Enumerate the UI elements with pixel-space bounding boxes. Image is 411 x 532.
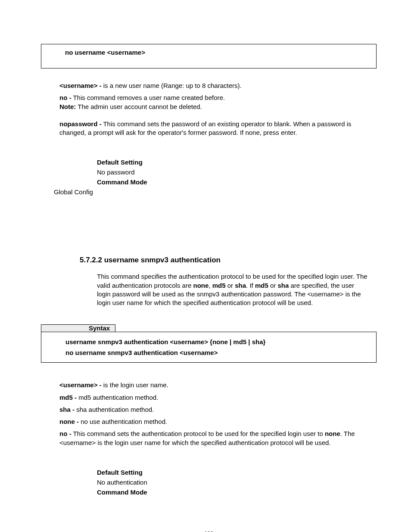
- syntax-group: Syntax username snmpv3 authentication <u…: [41, 324, 377, 363]
- section-body: This command specifies the authenticatio…: [97, 272, 369, 307]
- param-text: no use authentication method.: [79, 418, 167, 425]
- settings-block-2: Default Setting No authentication Comman…: [97, 469, 377, 496]
- note-line: Note: The admin user account cannot be d…: [59, 103, 377, 111]
- syntax-box-top: no username <username>: [41, 44, 377, 68]
- param-no-2: no - This command sets the authenticatio…: [59, 429, 377, 447]
- param-text: md5 authentication method.: [77, 394, 158, 401]
- param-label: no -: [59, 430, 72, 437]
- note-text: The admin user account cannot be deleted…: [76, 103, 202, 110]
- param-text: is the login user name.: [102, 381, 168, 389]
- param-no: no - This command removes a user name cr…: [59, 93, 377, 102]
- param-text: is a new user name (Range: up to 8 chara…: [102, 82, 242, 89]
- syntax-label: Syntax: [41, 324, 115, 332]
- param-label: no -: [59, 94, 72, 101]
- settings-block-1: Default Setting No password Command Mode: [97, 159, 377, 186]
- syntax-body: username snmpv3 authentication <username…: [41, 332, 377, 363]
- param-sha: sha - sha authentication method.: [59, 405, 377, 414]
- param-nopassword: nopassword - This command sets the passw…: [59, 120, 377, 137]
- section-heading: 5.7.2.2 username snmpv3 authentication: [80, 256, 377, 264]
- syntax-line: username snmpv3 authentication <username…: [65, 338, 367, 345]
- syntax-line: no username snmpv3 authentication <usern…: [65, 349, 367, 356]
- param-username: <username> - is a new user name (Range: …: [59, 81, 377, 90]
- param-label: none -: [59, 418, 79, 425]
- param-md5: md5 - md5 authentication method.: [59, 393, 377, 402]
- default-setting-value: No password: [97, 168, 377, 176]
- param-text: sha authentication method.: [75, 406, 154, 413]
- param-label: <username> -: [59, 82, 102, 89]
- command-mode-heading: Command Mode: [97, 178, 377, 186]
- param-username-2: <username> - is the login user name.: [59, 381, 377, 389]
- page-number: 192: [41, 530, 377, 532]
- default-setting-heading: Default Setting: [97, 469, 377, 476]
- param-label: md5 -: [59, 394, 77, 401]
- command-mode-value: Global Config: [54, 188, 377, 196]
- note-label: Note:: [59, 103, 76, 110]
- syntax-line: no username <username>: [65, 49, 367, 56]
- param-label: sha -: [59, 406, 75, 413]
- heading-title: username snmpv3 authentication: [104, 256, 221, 264]
- param-label: nopassword -: [59, 120, 102, 128]
- param-text: This command removes a user name created…: [72, 94, 225, 101]
- heading-number: 5.7.2.2: [80, 256, 104, 264]
- param-none: none - no use authentication method.: [59, 417, 377, 426]
- command-mode-heading: Command Mode: [97, 488, 377, 496]
- param-text: This command sets the password of an exi…: [59, 120, 352, 136]
- param-label: <username> -: [59, 381, 102, 389]
- default-setting-value: No authentication: [97, 479, 377, 486]
- default-setting-heading: Default Setting: [97, 159, 377, 166]
